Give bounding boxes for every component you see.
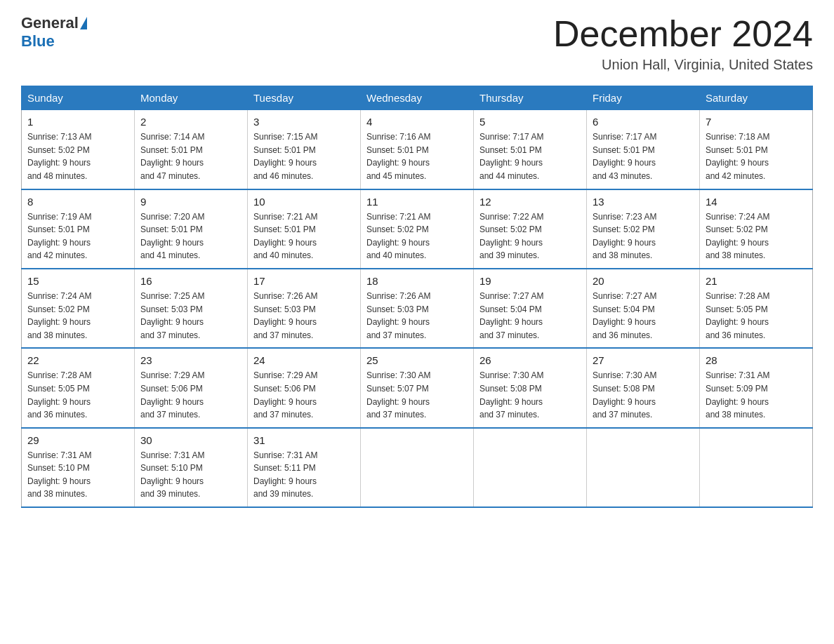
day-info: Sunrise: 7:21 AMSunset: 5:02 PMDaylight:…	[366, 210, 468, 262]
calendar-cell: 10Sunrise: 7:21 AMSunset: 5:01 PMDayligh…	[248, 189, 361, 269]
calendar-cell: 21Sunrise: 7:28 AMSunset: 5:05 PMDayligh…	[700, 269, 813, 348]
logo-blue-text: Blue	[21, 32, 55, 50]
calendar-week-row: 15Sunrise: 7:24 AMSunset: 5:02 PMDayligh…	[22, 269, 813, 348]
column-header-tuesday: Tuesday	[248, 86, 361, 110]
title-block: December 2024 Union Hall, Virginia, Unit…	[553, 14, 813, 73]
day-info: Sunrise: 7:31 AMSunset: 5:10 PMDaylight:…	[27, 449, 128, 501]
day-number: 5	[479, 116, 581, 128]
calendar-cell: 12Sunrise: 7:22 AMSunset: 5:02 PMDayligh…	[474, 189, 587, 269]
calendar-cell: 23Sunrise: 7:29 AMSunset: 5:06 PMDayligh…	[135, 348, 248, 427]
calendar-cell: 13Sunrise: 7:23 AMSunset: 5:02 PMDayligh…	[587, 189, 700, 269]
day-info: Sunrise: 7:21 AMSunset: 5:01 PMDaylight:…	[253, 210, 355, 262]
day-info: Sunrise: 7:30 AMSunset: 5:08 PMDaylight:…	[593, 369, 694, 421]
calendar-cell: 30Sunrise: 7:31 AMSunset: 5:10 PMDayligh…	[135, 428, 248, 507]
day-number: 31	[253, 434, 355, 446]
day-number: 23	[140, 354, 241, 366]
day-info: Sunrise: 7:18 AMSunset: 5:01 PMDaylight:…	[706, 130, 807, 182]
column-header-sunday: Sunday	[22, 86, 135, 110]
day-info: Sunrise: 7:31 AMSunset: 5:11 PMDaylight:…	[253, 449, 355, 501]
calendar-cell: 3Sunrise: 7:15 AMSunset: 5:01 PMDaylight…	[248, 110, 361, 189]
day-number: 20	[593, 275, 694, 287]
calendar-cell: 15Sunrise: 7:24 AMSunset: 5:02 PMDayligh…	[22, 269, 135, 348]
calendar-cell: 26Sunrise: 7:30 AMSunset: 5:08 PMDayligh…	[474, 348, 587, 427]
day-info: Sunrise: 7:25 AMSunset: 5:03 PMDaylight:…	[140, 290, 241, 342]
calendar-table: SundayMondayTuesdayWednesdayThursdayFrid…	[21, 86, 813, 508]
day-info: Sunrise: 7:30 AMSunset: 5:08 PMDaylight:…	[479, 369, 581, 421]
calendar-cell: 27Sunrise: 7:30 AMSunset: 5:08 PMDayligh…	[587, 348, 700, 427]
calendar-cell	[700, 428, 813, 507]
day-info: Sunrise: 7:22 AMSunset: 5:02 PMDaylight:…	[479, 210, 581, 262]
day-number: 22	[27, 354, 128, 366]
day-number: 11	[366, 196, 468, 208]
day-info: Sunrise: 7:26 AMSunset: 5:03 PMDaylight:…	[366, 290, 468, 342]
day-info: Sunrise: 7:16 AMSunset: 5:01 PMDaylight:…	[366, 130, 468, 182]
day-number: 15	[27, 275, 128, 287]
day-number: 30	[140, 434, 241, 446]
calendar-cell: 8Sunrise: 7:19 AMSunset: 5:01 PMDaylight…	[22, 189, 135, 269]
day-number: 28	[706, 354, 807, 366]
day-number: 19	[479, 275, 581, 287]
day-number: 10	[253, 196, 355, 208]
calendar-week-row: 29Sunrise: 7:31 AMSunset: 5:10 PMDayligh…	[22, 428, 813, 507]
day-info: Sunrise: 7:31 AMSunset: 5:10 PMDaylight:…	[140, 449, 241, 501]
day-number: 8	[27, 196, 128, 208]
page-header: General Blue December 2024 Union Hall, V…	[21, 14, 813, 73]
calendar-cell: 7Sunrise: 7:18 AMSunset: 5:01 PMDaylight…	[700, 110, 813, 189]
calendar-cell: 19Sunrise: 7:27 AMSunset: 5:04 PMDayligh…	[474, 269, 587, 348]
day-info: Sunrise: 7:17 AMSunset: 5:01 PMDaylight:…	[479, 130, 581, 182]
day-info: Sunrise: 7:28 AMSunset: 5:05 PMDaylight:…	[27, 369, 128, 421]
logo-general-text: General	[21, 14, 79, 32]
day-number: 18	[366, 275, 468, 287]
day-number: 24	[253, 354, 355, 366]
day-number: 9	[140, 196, 241, 208]
day-number: 26	[479, 354, 581, 366]
day-info: Sunrise: 7:28 AMSunset: 5:05 PMDaylight:…	[706, 290, 807, 342]
calendar-cell: 28Sunrise: 7:31 AMSunset: 5:09 PMDayligh…	[700, 348, 813, 427]
day-number: 21	[706, 275, 807, 287]
column-header-saturday: Saturday	[700, 86, 813, 110]
day-info: Sunrise: 7:31 AMSunset: 5:09 PMDaylight:…	[706, 369, 807, 421]
calendar-cell: 11Sunrise: 7:21 AMSunset: 5:02 PMDayligh…	[361, 189, 474, 269]
day-info: Sunrise: 7:29 AMSunset: 5:06 PMDaylight:…	[253, 369, 355, 421]
day-info: Sunrise: 7:17 AMSunset: 5:01 PMDaylight:…	[593, 130, 694, 182]
day-number: 17	[253, 275, 355, 287]
calendar-cell: 22Sunrise: 7:28 AMSunset: 5:05 PMDayligh…	[22, 348, 135, 427]
calendar-cell	[587, 428, 700, 507]
day-info: Sunrise: 7:14 AMSunset: 5:01 PMDaylight:…	[140, 130, 241, 182]
calendar-cell: 20Sunrise: 7:27 AMSunset: 5:04 PMDayligh…	[587, 269, 700, 348]
day-number: 7	[706, 116, 807, 128]
day-number: 27	[593, 354, 694, 366]
day-number: 4	[366, 116, 468, 128]
day-number: 16	[140, 275, 241, 287]
day-info: Sunrise: 7:24 AMSunset: 5:02 PMDaylight:…	[27, 290, 128, 342]
day-info: Sunrise: 7:27 AMSunset: 5:04 PMDaylight:…	[593, 290, 694, 342]
day-info: Sunrise: 7:29 AMSunset: 5:06 PMDaylight:…	[140, 369, 241, 421]
location-text: Union Hall, Virginia, United States	[553, 57, 813, 73]
calendar-cell: 5Sunrise: 7:17 AMSunset: 5:01 PMDaylight…	[474, 110, 587, 189]
day-info: Sunrise: 7:30 AMSunset: 5:07 PMDaylight:…	[366, 369, 468, 421]
calendar-cell: 6Sunrise: 7:17 AMSunset: 5:01 PMDaylight…	[587, 110, 700, 189]
day-info: Sunrise: 7:15 AMSunset: 5:01 PMDaylight:…	[253, 130, 355, 182]
day-number: 2	[140, 116, 241, 128]
calendar-cell: 25Sunrise: 7:30 AMSunset: 5:07 PMDayligh…	[361, 348, 474, 427]
day-info: Sunrise: 7:26 AMSunset: 5:03 PMDaylight:…	[253, 290, 355, 342]
day-number: 12	[479, 196, 581, 208]
day-number: 13	[593, 196, 694, 208]
calendar-cell: 29Sunrise: 7:31 AMSunset: 5:10 PMDayligh…	[22, 428, 135, 507]
calendar-cell: 14Sunrise: 7:24 AMSunset: 5:02 PMDayligh…	[700, 189, 813, 269]
calendar-week-row: 8Sunrise: 7:19 AMSunset: 5:01 PMDaylight…	[22, 189, 813, 269]
column-header-friday: Friday	[587, 86, 700, 110]
day-info: Sunrise: 7:27 AMSunset: 5:04 PMDaylight:…	[479, 290, 581, 342]
day-info: Sunrise: 7:13 AMSunset: 5:02 PMDaylight:…	[27, 130, 128, 182]
column-header-monday: Monday	[135, 86, 248, 110]
calendar-cell	[474, 428, 587, 507]
calendar-cell: 1Sunrise: 7:13 AMSunset: 5:02 PMDaylight…	[22, 110, 135, 189]
month-title: December 2024	[553, 14, 813, 54]
calendar-cell	[361, 428, 474, 507]
calendar-week-row: 1Sunrise: 7:13 AMSunset: 5:02 PMDaylight…	[22, 110, 813, 189]
calendar-cell: 18Sunrise: 7:26 AMSunset: 5:03 PMDayligh…	[361, 269, 474, 348]
day-number: 3	[253, 116, 355, 128]
calendar-cell: 24Sunrise: 7:29 AMSunset: 5:06 PMDayligh…	[248, 348, 361, 427]
day-info: Sunrise: 7:24 AMSunset: 5:02 PMDaylight:…	[706, 210, 807, 262]
column-header-wednesday: Wednesday	[361, 86, 474, 110]
